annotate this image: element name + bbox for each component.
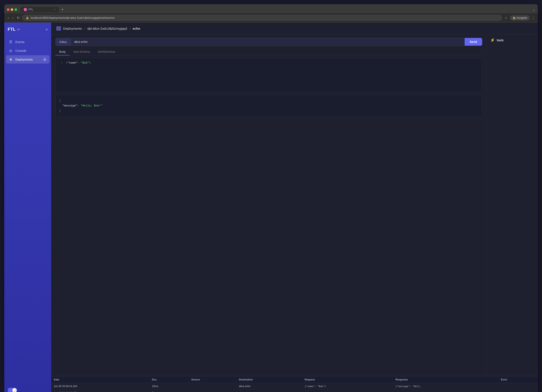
close-window-button[interactable] <box>7 8 9 11</box>
row1-response: {"message": "Hell… <box>393 383 499 390</box>
table-header-row: Date Dur. Source Destination Request Res… <box>51 376 538 383</box>
line-number-1: 1 <box>58 61 62 65</box>
response-line-1: { <box>59 98 479 103</box>
call-endpoint-input[interactable] <box>71 38 465 46</box>
incognito-icon: 🕵 <box>513 16 516 19</box>
col-date: Date <box>51 376 149 383</box>
code-line-1: 1 {"name": "Bob"} <box>58 61 480 65</box>
verb-panel: ⚡ Verb <box>487 34 538 376</box>
table-row[interactable]: Jun 09 20:59:24.164 16ms alice.echo {"na… <box>51 383 538 390</box>
browser-tab-bar: FTL × + ⌄ <box>4 4 538 13</box>
moon-icon: 🌙 <box>13 389 16 392</box>
events-icon: ☰ <box>9 40 13 44</box>
sidebar-nav: ☰ Events ◎ Console ⊕ Deployments 1 <box>4 36 51 384</box>
tab-title: FTL <box>29 8 33 11</box>
breadcrumb-sep-1: › <box>84 26 85 31</box>
tab-verb-schema[interactable]: Verb Schema <box>70 49 94 55</box>
new-tab-button[interactable]: + <box>60 8 65 11</box>
sidebar-item-console[interactable]: ◎ Console <box>6 47 49 55</box>
col-request: Request <box>302 376 393 383</box>
data-table: Date Dur. Source Destination Request Res… <box>51 376 538 392</box>
infinity-icon: ∞ <box>17 27 20 32</box>
breadcrumb-current: echo <box>133 27 140 30</box>
call-method-label: CALL <box>56 38 71 46</box>
code-editor[interactable]: 1 {"name": "Bob"} <box>55 58 482 92</box>
row1-request: {"name": "Bob"} <box>302 383 393 390</box>
svg-rect-0 <box>57 27 60 28</box>
table-row[interactable]: Jun 09 20:06:02.173 7ms alice.echo {"nam… <box>51 390 538 392</box>
toggle-thumb: 🌙 <box>12 388 17 392</box>
row2-response: {"message": "Hell… <box>393 390 499 392</box>
row2-destination: alice.echo <box>236 390 302 392</box>
row2-date: Jun 09 20:06:02.173 <box>51 390 149 392</box>
sidebar-collapse-button[interactable]: « <box>46 27 48 32</box>
deployments-breadcrumb-icon <box>56 26 61 31</box>
secure-icon: 🔒 <box>26 16 29 19</box>
tab-end-arrow: ⌄ <box>532 8 535 12</box>
toggle-track: 🌙 <box>8 388 17 392</box>
row1-source <box>189 383 236 390</box>
sidebar-footer: 🌙 <box>4 384 51 392</box>
row2-dur: 7ms <box>149 390 189 392</box>
tab-json-schema[interactable]: JSONSchema <box>94 49 119 55</box>
browser-toolbar: ‹ › ↻ 🔒 localhost:8892/deployments/dpl-a… <box>4 13 538 23</box>
send-button[interactable]: Send <box>465 38 482 46</box>
deployments-label: Deployments <box>15 58 33 61</box>
breadcrumb-sep-2: › <box>129 26 130 31</box>
reload-button[interactable]: ↻ <box>16 15 21 21</box>
address-bar[interactable]: 🔒 localhost:8892/deployments/dpl-alice-2… <box>22 15 502 21</box>
breadcrumb-deployments[interactable]: Deployments <box>63 27 82 30</box>
row1-date: Jun 09 20:59:24.164 <box>51 383 149 390</box>
main-content: Deployments › dpl-alice-2udc1ifp5zmygqq3… <box>51 23 538 392</box>
row2-request: {"name": "Bob"} <box>302 390 393 392</box>
deployments-badge: 1 <box>43 58 47 61</box>
sidebar-logo: FTL ∞ <box>8 27 20 32</box>
verb-tabs: Body Verb Schema JSONSchema <box>55 49 482 55</box>
sidebar-item-deployments[interactable]: ⊕ Deployments 1 <box>6 55 49 64</box>
lightning-icon: ⚡ <box>490 38 495 43</box>
verb-main: CALL Send Body Verb Schema JSONSchema 1 <box>51 34 487 376</box>
minimize-window-button[interactable] <box>11 8 13 11</box>
table-section: Date Dur. Source Destination Request Res… <box>51 376 538 392</box>
tab-favicon <box>24 8 27 11</box>
col-source: Source <box>189 376 236 383</box>
svg-rect-1 <box>57 28 60 29</box>
active-tab[interactable]: FTL × <box>21 7 59 12</box>
col-response: Response <box>393 376 499 383</box>
forward-button[interactable]: › <box>11 15 14 21</box>
breadcrumb-deployment-id[interactable]: dpl-alice-2udc1ifp5zmygqq3 <box>87 27 127 30</box>
col-error: Error <box>499 376 538 383</box>
response-area: { "message": "Hello, Bob!" } <box>55 95 482 117</box>
col-destination: Destination <box>236 376 302 383</box>
traffic-lights <box>7 8 17 11</box>
dark-mode-toggle[interactable]: 🌙 <box>8 388 21 392</box>
address-text: localhost:8892/deployments/dpl-alice-2ud… <box>31 16 115 19</box>
browser-menu-button[interactable]: ⋮ <box>531 16 535 20</box>
tab-close-button[interactable]: × <box>54 8 55 11</box>
maximize-window-button[interactable] <box>15 8 17 11</box>
back-button[interactable]: ‹ <box>7 15 10 21</box>
sidebar-header: FTL ∞ « <box>4 23 51 36</box>
sidebar-item-events[interactable]: ☰ Events <box>6 38 49 46</box>
incognito-label: Incognito <box>517 16 527 19</box>
col-dur: Dur. <box>149 376 189 383</box>
bookmark-button[interactable]: ☆ <box>504 15 508 21</box>
deployments-icon: ⊕ <box>9 57 13 61</box>
app-layout: FTL ∞ « ☰ Events ◎ Console ⊕ Deployments… <box>4 23 538 392</box>
incognito-button[interactable]: 🕵 Incognito <box>510 15 530 21</box>
svg-rect-2 <box>57 29 60 31</box>
verb-section: CALL Send Body Verb Schema JSONSchema 1 <box>51 34 538 376</box>
breadcrumb: Deployments › dpl-alice-2udc1ifp5zmygqq3… <box>51 23 538 34</box>
response-line-2: "message": "Hello, Bob!" <box>59 103 479 108</box>
row1-dur: 16ms <box>149 383 189 390</box>
response-line-3: } <box>59 108 479 113</box>
tab-body[interactable]: Body <box>55 49 70 55</box>
logo-text: FTL <box>8 27 16 32</box>
sidebar: FTL ∞ « ☰ Events ◎ Console ⊕ Deployments… <box>4 23 51 392</box>
row2-error <box>499 390 538 392</box>
call-bar: CALL Send <box>55 38 482 46</box>
console-icon: ◎ <box>9 49 13 53</box>
row2-source <box>189 390 236 392</box>
row1-error <box>499 383 538 390</box>
verb-panel-title: ⚡ Verb <box>490 38 534 43</box>
